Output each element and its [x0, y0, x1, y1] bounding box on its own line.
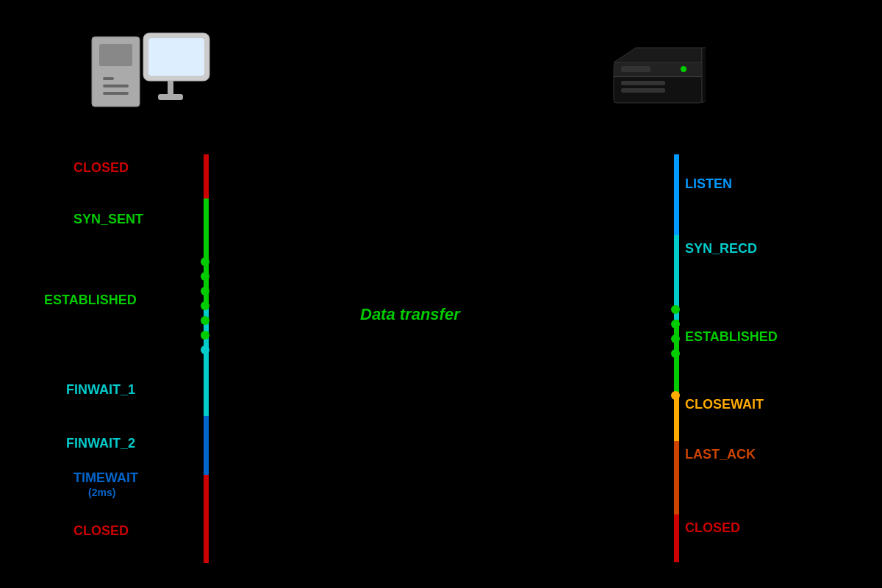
svg-rect-13 [621, 81, 665, 85]
server-seg-listen [674, 154, 679, 235]
client-label-finwait2: FINWAIT_2 [66, 436, 135, 451]
svg-rect-7 [168, 81, 173, 96]
client-label-syn-sent: SYN_SENT [74, 212, 143, 227]
client-label-timewait: TIMEWAIT [74, 470, 138, 486]
client-dot-2 [201, 272, 209, 281]
server-label-closewait: CLOSEWAIT [685, 397, 764, 412]
server-seg-closed [674, 514, 679, 562]
server-seg-closewait [674, 393, 679, 441]
server-label-listen: LISTEN [685, 176, 732, 192]
svg-rect-14 [621, 88, 665, 93]
server-label-synrecd: SYN_RECD [685, 241, 757, 257]
client-seg-closed-bottom [204, 475, 209, 563]
client-dot-7 [201, 345, 209, 354]
server-label-established: ESTABLISHED [685, 329, 778, 345]
server-dot-1 [671, 305, 680, 314]
client-icon [88, 22, 213, 143]
client-dot-1 [201, 257, 209, 266]
svg-point-15 [681, 66, 686, 72]
client-label-closed-top: CLOSED [74, 160, 129, 176]
client-label-2ms: (2ms) [88, 487, 115, 498]
svg-rect-12 [621, 66, 650, 72]
client-label-finwait1: FINWAIT_1 [66, 382, 135, 398]
data-transfer-label: Data transfer [360, 305, 460, 324]
client-seg-closed-top [204, 154, 209, 198]
client-dot-3 [201, 287, 209, 295]
diagram-container: CLOSED SYN_SENT ESTABLISHED FINWAIT_1 FI… [0, 0, 882, 588]
client-dot-6 [201, 331, 209, 340]
server-dot-3 [671, 334, 680, 343]
client-label-closed-bottom: CLOSED [74, 523, 129, 539]
client-seg-timewait [204, 416, 209, 475]
svg-marker-16 [614, 48, 702, 62]
svg-rect-4 [103, 92, 129, 95]
client-dot-4 [201, 301, 209, 310]
svg-rect-1 [99, 44, 132, 66]
client-dot-5 [201, 316, 209, 325]
svg-rect-8 [158, 94, 183, 100]
client-label-established: ESTABLISHED [44, 293, 137, 308]
server-dot-4 [671, 349, 680, 358]
server-dot-2 [671, 320, 680, 329]
svg-rect-6 [148, 38, 204, 76]
svg-marker-17 [702, 48, 706, 103]
server-label-closed: CLOSED [685, 520, 740, 536]
server-icon [610, 44, 706, 113]
svg-rect-3 [103, 85, 129, 87]
server-dot-5 [671, 391, 680, 400]
server-seg-lastack [674, 441, 679, 514]
svg-rect-11 [614, 76, 702, 77]
server-label-lastack: LAST_ACK [685, 447, 756, 462]
svg-rect-2 [103, 77, 114, 80]
